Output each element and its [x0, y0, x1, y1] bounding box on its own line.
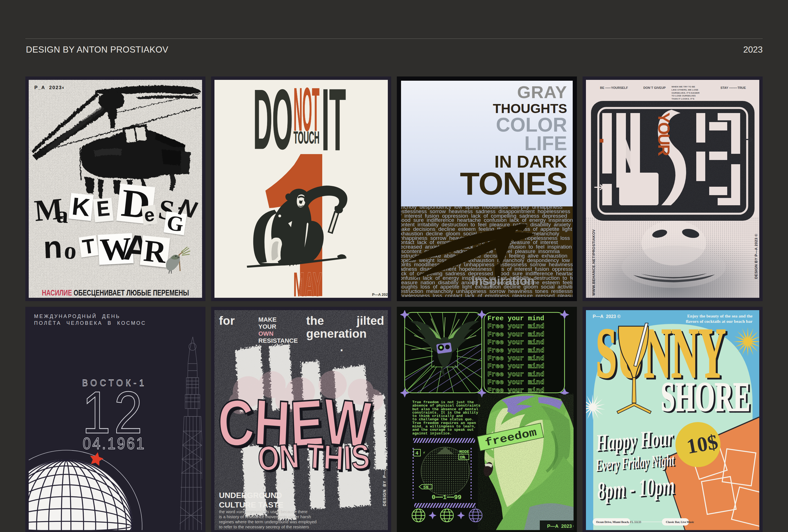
- svg-text:50: 50: [423, 485, 428, 490]
- svg-text:P—A 2023 ©: P—A 2023 ©: [372, 292, 388, 296]
- svg-text:IT: IT: [322, 80, 346, 168]
- svg-text:Happy Hour: Happy Hour: [595, 424, 674, 456]
- svg-text:4: 4: [415, 450, 418, 456]
- svg-text:Enjoy the beauty of the sea an: Enjoy the beauty of the sea and the: [687, 313, 752, 318]
- svg-text:⚡: ⚡: [423, 450, 426, 455]
- svg-text:flavors of cocktails at our be: flavors of cocktails at our beach bar: [686, 319, 752, 324]
- svg-text:MAY: MAY: [293, 265, 322, 298]
- svg-text:TOUCH: TOUCH: [294, 128, 319, 147]
- svg-text:ON: ON: [460, 455, 465, 460]
- svg-text:8pm - 10pm: 8pm - 10pm: [596, 472, 676, 505]
- svg-text:MODE: MODE: [459, 450, 469, 454]
- svg-text:04.1961: 04.1961: [83, 434, 146, 452]
- svg-text:Classic Bar, Live Music: Classic Bar, Live Music: [666, 520, 694, 524]
- svg-text:SHORE: SHORE: [661, 374, 750, 420]
- svg-text:DO: DO: [253, 80, 293, 166]
- svg-text:P—A 2023 ©: P—A 2023 ©: [547, 524, 574, 529]
- svg-text:P—A 2023 ©: P—A 2023 ©: [593, 314, 620, 319]
- svg-text:0⋯⋯1⋯⋯99: 0⋯⋯1⋯⋯99: [432, 494, 461, 501]
